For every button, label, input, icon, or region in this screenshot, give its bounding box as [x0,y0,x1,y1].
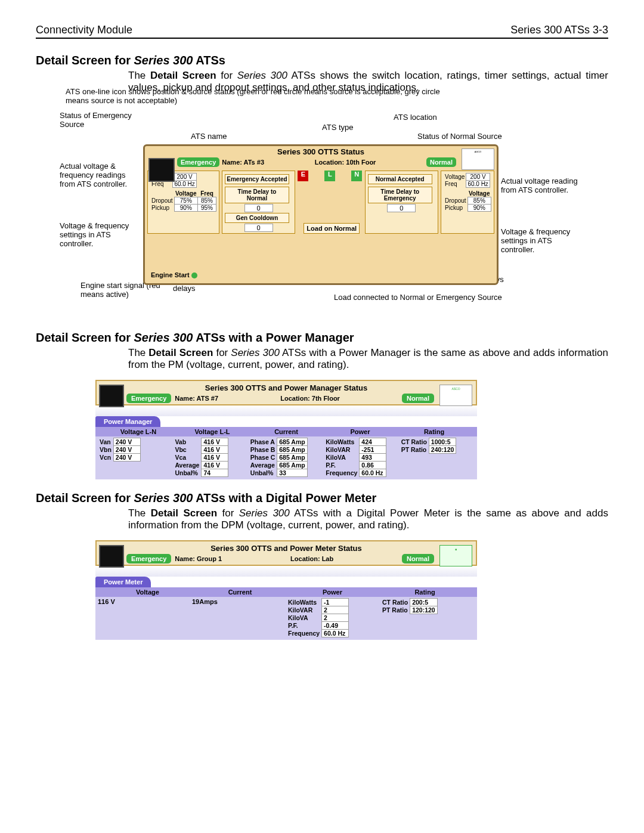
figure-1: ATS one-line icon shows position & sourc… [60,103,584,320]
t: Detail Screen [148,347,213,358]
table-key: KiloVA [324,454,360,462]
val: 90% [174,205,197,212]
val: 0 [387,204,416,212]
fig1-note: ATS one-line icon shows position & sourc… [66,88,453,106]
hdr-current: Current [249,428,323,435]
fig2-title: Series 300 OTTS and Power Manager Status [99,383,473,392]
table-key: Unbal% [173,469,202,477]
t: for [213,347,231,358]
table-val: 240 V [113,446,140,454]
hdr-voltage: Voltage [174,190,197,197]
table-key: KiloVA [286,614,322,622]
fig3-location: Location: Lab [290,555,333,562]
left-freq: 60.0 Hz [173,181,196,188]
otts-panel: Series 300 OTTS Status ASCO Emergency Na… [143,144,499,285]
table-val: 416 V [202,462,228,469]
n-tile: N [351,171,362,181]
t: The [128,347,148,358]
s1-h-b: Series 300 [134,54,193,67]
table-val: 33 [277,469,307,477]
figure-2: Series 300 OTTS and Power Manager Status… [95,380,477,479]
asco-icon: ■ [439,545,472,566]
s1-p-c: for [216,70,237,81]
fig2-name: Name: ATS #7 [175,395,218,402]
s1-h-a: Detail Screen for [36,54,134,67]
hdr-power: Power [323,428,397,435]
table-key: Phase B [249,446,277,454]
val: 95% [197,205,216,212]
table-val: 240:120 [429,446,456,454]
lbl-load: Load connected to Normal or Emergency So… [334,293,502,302]
table-val: -1 [322,599,349,606]
s1-p-b: Detail Screen [150,70,216,81]
hdr-power: Power [286,589,379,596]
table-key: P.F. [324,462,360,469]
table-key: Frequency [324,469,360,477]
s1-h-c: ATSs [193,54,225,67]
table-key: KiloVAR [324,446,360,454]
load-label: Load on Normal [304,223,360,234]
table-key: KiloVAR [286,606,322,614]
fig3-current: 19Amps [192,598,218,605]
table-key: Vca [173,454,202,462]
one-line-diagram: E L N Load on Normal [298,171,362,234]
table-key: Phase A [249,438,277,446]
table-val: -0.49 [322,622,349,630]
figure-3: Series 300 OTTS and Power Meter Status ■… [95,540,477,640]
hdr-current: Current [194,589,286,596]
s3-h-c: ATSs with a Digital Power Meter [193,491,377,504]
s2-h-b: Series 300 [134,331,193,344]
t: for [217,507,239,519]
section3-para: The Detail Screen for Series 300 ATSs wi… [128,507,608,531]
power-manager-tab[interactable]: Power Manager [95,416,160,427]
table-val: 60.0 Hz [360,469,386,477]
fig3-voltage: 116 V [98,598,115,605]
table-val: 120:120 [410,606,438,614]
btn-normal-accepted: Normal Accepted [368,174,432,184]
fig3-name: Name: Group 1 [175,555,222,562]
hdr-rating: Rating [397,428,471,435]
page-header: Connectivity Module Series 300 ATSs 3-3 [36,24,608,39]
table-key: P.F. [286,622,322,630]
lbl-actual-vf-left: Actual voltage & frequency readings from… [60,162,137,189]
table-key: CT Ratio [380,599,410,606]
table-key: Phase C [249,454,277,462]
fig2-location: Location: 7th Floor [280,395,340,402]
btn-emergency-accepted: Emergency Accepted [225,174,289,184]
table-val: 685 Amp [277,462,307,469]
col-rating: CT Ratio1000:5PT Ratio240:120 [400,438,475,477]
table-key: CT Ratio [400,438,429,446]
engine-start-dot-icon [191,272,197,278]
lbl-actual-vf-right: Actual voltage reading from ATS controll… [501,177,578,195]
table-key: Vbc [173,446,202,454]
section1-heading: Detail Screen for Series 300 ATSs [36,54,608,67]
col-voltage: 116 V [98,598,192,637]
e-tile: E [298,171,308,181]
emergency-badge: Emergency [126,394,171,403]
hdr-rating: Rating [379,589,471,596]
col-power: KiloWatts-1KiloVAR2KiloVA2P.F.-0.49Frequ… [286,598,380,637]
table-val: 0.86 [360,462,386,469]
engine-start-label: Engine Start [151,271,190,278]
normal-badge: Normal [402,554,434,563]
hdr-voltage-ll: Voltage L-L [175,428,249,435]
table-val: 416 V [202,438,228,446]
table-val: 685 Amp [277,454,307,462]
section3-heading: Detail Screen for Series 300 ATSs with a… [36,491,608,505]
btn-td-normal: Time Delay to Normal [225,187,289,203]
table-val: 240 V [113,454,140,462]
t: The [128,507,151,519]
val: 0 [244,204,273,212]
table-val: 424 [360,438,386,446]
table-key: PT Ratio [400,446,429,454]
emergency-badge: Emergency [177,157,219,167]
right-voltage: 200 V [466,174,490,181]
table-val: 685 Amp [277,438,307,446]
l-tile: L [324,171,335,181]
right-readings: Voltage200 V Freq60.0 Hz Voltage Dropout… [441,171,494,234]
lbl-vf-settings-left: Voltage & frequency settings in ATS cont… [60,222,137,249]
power-meter-tab[interactable]: Power Meter [95,577,151,587]
table-val: -251 [360,446,386,454]
engine-start: Engine Start [151,271,197,278]
row: Dropout [444,197,467,205]
